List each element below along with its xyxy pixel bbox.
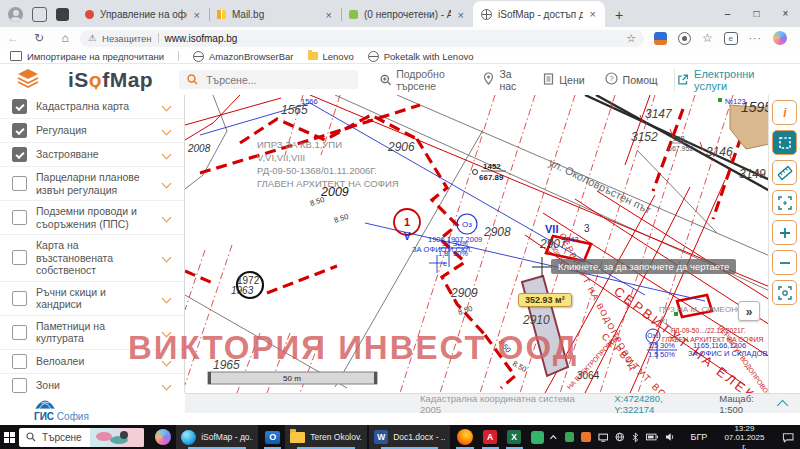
- search-input[interactable]: [204, 73, 328, 87]
- panel-expand-button[interactable]: »: [738, 301, 760, 321]
- close-button[interactable]: ×: [771, 0, 800, 27]
- back-icon[interactable]: ←: [0, 31, 26, 45]
- extension-circle-icon[interactable]: [678, 32, 691, 45]
- weather-widget[interactable]: [90, 428, 144, 447]
- layer-checkbox[interactable]: [12, 99, 27, 114]
- layer-checkbox[interactable]: [12, 210, 27, 225]
- chevron-down-icon[interactable]: [162, 253, 172, 263]
- layer-checkbox[interactable]: [12, 176, 27, 191]
- language-indicator[interactable]: БГР: [690, 432, 707, 442]
- layers-icon[interactable]: [16, 68, 40, 92]
- url-field[interactable]: ⚠ Незащитен www.isofmap.bg ☆: [80, 30, 644, 47]
- battery-icon[interactable]: [646, 433, 658, 441]
- bookmark-4[interactable]: Poketalk with Lenovo: [368, 51, 474, 62]
- chevron-down-icon[interactable]: [162, 179, 172, 189]
- new-tab-button[interactable]: +: [611, 7, 627, 23]
- speaker-icon[interactable]: [665, 432, 676, 442]
- map-tool-zoom-in[interactable]: [772, 220, 797, 245]
- layer-checkbox[interactable]: [12, 147, 27, 162]
- sidebar-layer-item-7[interactable]: Ръчни скици и хандриси: [0, 282, 184, 316]
- chevron-down-icon[interactable]: [162, 102, 172, 112]
- map-search-input[interactable]: [179, 70, 358, 89]
- chevron-down-icon[interactable]: [162, 356, 172, 366]
- browser-menu-icon[interactable]: ···: [749, 33, 762, 44]
- favorite-star-icon[interactable]: ☆: [626, 32, 636, 45]
- taskbar-app-word[interactable]: WDoc1.docx - ...: [369, 425, 450, 449]
- workspaces-icon[interactable]: [32, 7, 47, 22]
- map-tool-locate[interactable]: [772, 280, 797, 305]
- menu-item-1[interactable]: За нас: [483, 68, 523, 92]
- map-tool-measure[interactable]: [772, 160, 797, 185]
- advanced-search-link[interactable]: Подробно търсене: [380, 68, 484, 92]
- maximize-button[interactable]: □: [742, 0, 771, 27]
- sidebar-layer-item-6[interactable]: Карта на възстановената собственост: [0, 235, 184, 282]
- layer-checkbox[interactable]: [12, 123, 27, 138]
- bookmark-1[interactable]: Импортиране на предпочитани: [10, 51, 164, 62]
- browser-tab-2[interactable]: Mail.bg×: [209, 2, 341, 27]
- layer-checkbox[interactable]: [12, 291, 27, 306]
- sidebar-layer-item-5[interactable]: Подземни проводи и съоръжения (ППС): [0, 201, 184, 235]
- taskbar-app-firefox[interactable]: [452, 425, 478, 449]
- menu-item-2[interactable]: Цени: [543, 73, 584, 87]
- favorites-hub-icon[interactable]: ☆: [702, 31, 713, 45]
- copilot-icon[interactable]: [773, 31, 787, 45]
- tab-preview-icon[interactable]: [56, 8, 69, 21]
- taskbar-app-edge[interactable]: iSofMap - до...: [176, 425, 258, 449]
- tray-chevron-icon[interactable]: [549, 434, 558, 441]
- isofmap-logo[interactable]: iSofMap: [68, 68, 153, 92]
- layer-checkbox[interactable]: [12, 325, 27, 340]
- chevron-down-icon[interactable]: [162, 327, 172, 337]
- taskbar-app-folder[interactable]: Teren Okolov...: [285, 425, 367, 449]
- bluetooth-icon[interactable]: [632, 432, 639, 443]
- not-secure-icon[interactable]: ⚠: [88, 33, 96, 43]
- tray-green-app-icon[interactable]: [565, 432, 575, 442]
- split-screen-icon[interactable]: e: [724, 32, 738, 45]
- taskbar-search[interactable]: Търсене: [19, 428, 144, 447]
- refresh-icon[interactable]: ↻: [26, 31, 52, 45]
- chevron-down-icon[interactable]: [162, 380, 172, 390]
- taskbar-app-copilot[interactable]: [150, 425, 176, 449]
- layer-checkbox[interactable]: [12, 354, 27, 369]
- tab-close-icon[interactable]: ×: [589, 8, 597, 20]
- home-icon[interactable]: ⌂: [52, 31, 78, 45]
- notification-icon[interactable]: [782, 432, 794, 443]
- taskbar-app-outlook[interactable]: O: [260, 425, 285, 449]
- sidebar-layer-item-3[interactable]: Застрояване: [0, 143, 184, 167]
- extension-new-icon[interactable]: [654, 32, 667, 45]
- start-button[interactable]: [0, 425, 19, 449]
- tab-close-icon[interactable]: ×: [457, 9, 465, 21]
- sidebar-layer-item-1[interactable]: Кадастрална карта: [0, 95, 184, 119]
- tab-close-icon[interactable]: ×: [325, 9, 333, 21]
- sidebar-layer-item-4[interactable]: Парцеларни планове извън регулация: [0, 167, 184, 201]
- map-tool-info[interactable]: i: [772, 100, 797, 125]
- chevron-down-icon[interactable]: [162, 126, 172, 136]
- chevron-down-icon[interactable]: [162, 293, 172, 303]
- gis-sofia-label[interactable]: ГИС София: [34, 411, 89, 422]
- sidebar-layer-item-9[interactable]: Велоалеи: [0, 350, 184, 374]
- network-globe-icon[interactable]: [615, 432, 625, 442]
- bookmark-3[interactable]: Lenovo: [308, 51, 354, 62]
- chevron-down-icon[interactable]: [162, 213, 172, 223]
- sidebar-layer-item-2[interactable]: Регулация: [0, 119, 184, 143]
- sidebar-layer-item-8[interactable]: Паметници на културата: [0, 316, 184, 350]
- taskbar-app-green-app[interactable]: [526, 425, 549, 449]
- browser-tab-1[interactable]: Управление на офертите -×: [77, 2, 209, 27]
- taskbar-app-excel[interactable]: X: [502, 425, 526, 449]
- menu-item-3[interactable]: ?Помощ: [605, 72, 658, 87]
- monitor-icon[interactable]: [598, 433, 609, 442]
- clock[interactable]: 13:2907.01.2025 г.: [722, 424, 766, 449]
- taskbar-app-acrobat[interactable]: A: [478, 425, 502, 449]
- tab-close-icon[interactable]: ×: [193, 9, 201, 21]
- tray-orange-app-icon[interactable]: [581, 432, 591, 442]
- browser-tab-3[interactable]: (0 непрочетени) - АБВ поща×: [341, 2, 473, 27]
- map-tool-zoom-out[interactable]: [772, 250, 797, 275]
- layer-checkbox[interactable]: [12, 378, 27, 393]
- browser-tab-4[interactable]: iSofMap - достъп до цифрови д×: [473, 1, 605, 27]
- minimize-button[interactable]: –: [713, 0, 742, 27]
- layer-checkbox[interactable]: [12, 250, 27, 265]
- map-canvas[interactable]: 50 m 200815651566ИПРЗ ЗА КВ.1,УПИV,VI,VI…: [185, 95, 770, 393]
- chevron-down-icon[interactable]: [162, 150, 172, 160]
- eservices-link[interactable]: Електронни услуги: [677, 68, 786, 92]
- profile-avatar[interactable]: [8, 7, 23, 22]
- bookmark-2[interactable]: AmazonBrowserBar: [193, 51, 293, 62]
